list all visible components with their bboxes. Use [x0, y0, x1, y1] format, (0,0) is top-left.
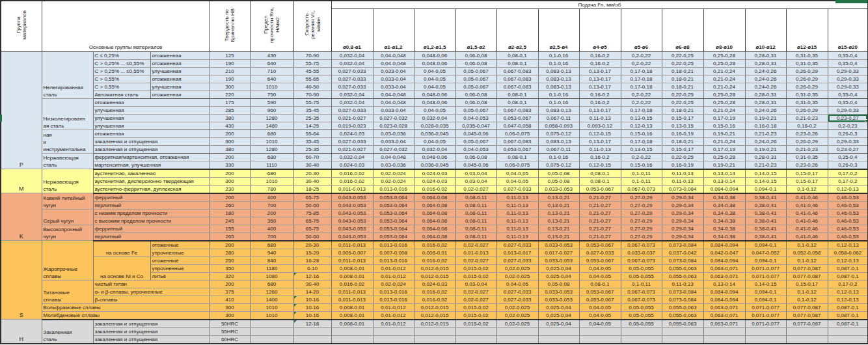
- hardness-cell[interactable]: 55HRC: [210, 327, 250, 335]
- speed-cell[interactable]: 10-16: [293, 296, 331, 303]
- feed-cell[interactable]: 0,08-0,1: [579, 177, 621, 185]
- feed-cell[interactable]: 0,048-0,06: [414, 59, 455, 67]
- hardness-cell[interactable]: 220: [210, 90, 250, 98]
- material-type-cell[interactable]: улучшенная: [150, 67, 210, 75]
- feed-cell[interactable]: [455, 327, 496, 335]
- feed-cell[interactable]: [579, 327, 621, 335]
- feed-cell[interactable]: 0,13-0,14: [703, 169, 745, 178]
- strength-cell[interactable]: 680: [250, 169, 293, 178]
- feed-cell[interactable]: 0,26-0,29: [786, 75, 828, 83]
- material-type-cell[interactable]: перлитный: [93, 232, 210, 241]
- hardness-cell[interactable]: 50HRC: [210, 320, 250, 328]
- feed-cell[interactable]: 0,34-0,38: [703, 225, 745, 232]
- speed-cell[interactable]: 35-45: [293, 106, 331, 114]
- hardness-cell[interactable]: 300: [210, 303, 250, 311]
- feed-cell[interactable]: 0,027-0,033: [331, 137, 373, 145]
- feed-cell[interactable]: 0,058-0,062: [828, 249, 868, 256]
- feed-cell[interactable]: 0,05-0,067: [455, 137, 496, 145]
- speed-cell[interactable]: 55-65: [293, 75, 331, 83]
- feed-cell[interactable]: 0,17-0,18: [621, 83, 662, 90]
- header-diameter-range[interactable]: ø1-ø1,2: [373, 8, 414, 51]
- feed-cell[interactable]: [703, 327, 745, 335]
- feed-cell[interactable]: 0,053-0,067: [579, 288, 621, 296]
- header-diameter-range[interactable]: ø5-ø6: [621, 8, 662, 51]
- hardness-cell[interactable]: 250: [210, 256, 250, 264]
- feed-cell[interactable]: 0,05-0,08: [538, 169, 579, 178]
- feed-cell[interactable]: 0,011-0,013: [331, 185, 373, 193]
- feed-cell[interactable]: 0,053-0,064: [373, 193, 414, 202]
- material-type-cell[interactable]: отожженная: [93, 130, 210, 137]
- feed-cell[interactable]: 0,14-0,15: [745, 177, 786, 185]
- feed-cell[interactable]: 0,26-0,3: [828, 130, 868, 137]
- feed-cell[interactable]: 0,11-0,13: [496, 232, 538, 241]
- material-type-cell[interactable]: улучшенная: [150, 83, 210, 90]
- strength-cell[interactable]: 940: [250, 249, 293, 256]
- material-group-cell[interactable]: Жаропрочные сплавы: [42, 241, 93, 281]
- feed-cell[interactable]: 0,16-0,2: [579, 51, 621, 59]
- feed-cell[interactable]: 0,13-0,21: [538, 232, 579, 241]
- feed-cell[interactable]: 0,016-0,02: [414, 296, 455, 303]
- feed-cell[interactable]: [373, 327, 414, 335]
- feed-cell[interactable]: 0,08-0,11: [455, 217, 496, 225]
- feed-cell[interactable]: 0,032-0,04: [331, 90, 373, 98]
- feed-cell[interactable]: 0,008-0,01: [331, 311, 373, 320]
- feed-cell[interactable]: 0,28-0,31: [745, 98, 786, 106]
- material-type-cell[interactable]: мартенситная, улучшенная: [93, 161, 210, 169]
- group-letter-cell[interactable]: K: [1, 193, 42, 241]
- feed-cell[interactable]: 0,05-0,08: [538, 280, 579, 288]
- header-diameter-range[interactable]: ø8-ø10: [703, 8, 745, 51]
- strength-cell[interactable]: 750: [250, 90, 293, 98]
- feed-cell[interactable]: 0,29-0,33: [828, 75, 868, 83]
- feed-cell[interactable]: [745, 327, 786, 335]
- feed-cell[interactable]: 0,23-0,27: [828, 145, 868, 153]
- feed-cell[interactable]: 0,067-0,073: [621, 296, 662, 303]
- feed-cell[interactable]: 0,21-0,27: [579, 193, 621, 202]
- feed-cell[interactable]: 0,1-0,16: [538, 153, 579, 161]
- feed-cell[interactable]: [786, 335, 828, 344]
- material-type-cell[interactable]: аустенитная, закаленная: [93, 169, 210, 178]
- feed-cell[interactable]: [621, 335, 662, 344]
- feed-cell[interactable]: 0,027-0,032: [373, 145, 414, 153]
- feed-cell[interactable]: 0,28-0,31: [745, 51, 786, 59]
- feed-cell[interactable]: 0,05-0,067: [455, 83, 496, 90]
- strength-cell[interactable]: [250, 335, 293, 344]
- feed-cell[interactable]: 0,094-0,1: [745, 256, 786, 264]
- feed-cell[interactable]: 0,18-0,21: [662, 83, 703, 90]
- speed-cell[interactable]: 18-25: [293, 185, 331, 193]
- material-type-cell[interactable]: упрочненные: [150, 249, 210, 256]
- feed-cell[interactable]: 0,29-0,33: [828, 106, 868, 114]
- feed-cell[interactable]: 0,16-0,2: [579, 98, 621, 106]
- feed-cell[interactable]: [703, 335, 745, 344]
- feed-cell[interactable]: 0,11-0,13: [579, 145, 621, 153]
- feed-cell[interactable]: 0,027-0,033: [496, 185, 538, 193]
- feed-cell[interactable]: 0,26-0,29: [786, 83, 828, 90]
- material-group-cell[interactable]: Нержавеющая сталь: [42, 153, 93, 169]
- feed-cell[interactable]: 0,15-0,17: [786, 169, 828, 178]
- feed-cell[interactable]: 0,27-0,29: [621, 232, 662, 241]
- material-group-cell[interactable]: Высокопрочный чугун: [42, 225, 93, 241]
- feed-cell[interactable]: 0,25-0,28: [703, 98, 745, 106]
- material-type-cell[interactable]: отоженные: [150, 241, 210, 249]
- feed-cell[interactable]: 0,012-0,015: [414, 264, 455, 272]
- feed-cell[interactable]: 0,38-0,41: [745, 201, 786, 209]
- speed-cell[interactable]: 30-40: [293, 161, 331, 169]
- feed-cell[interactable]: 0,071-0,077: [745, 311, 786, 320]
- feed-cell[interactable]: 0,063-0,071: [703, 311, 745, 320]
- feed-cell[interactable]: 0,2-0,23: [828, 122, 868, 130]
- feed-cell[interactable]: 0,02-0,027: [455, 185, 496, 193]
- material-type-cell[interactable]: аустенитно-ферритная, дуплексная: [93, 185, 210, 193]
- feed-cell[interactable]: 0,016-0,02: [414, 185, 455, 193]
- feed-cell[interactable]: 0,15-0,17: [786, 177, 828, 185]
- feed-cell[interactable]: 0,12-0,15: [579, 161, 621, 169]
- feed-cell[interactable]: 0,067-0,073: [621, 241, 662, 249]
- material-type-cell[interactable]: отожженная: [93, 98, 210, 106]
- feed-cell[interactable]: 0,38-0,41: [745, 209, 786, 217]
- feed-cell[interactable]: 0,013-0,016: [373, 296, 414, 303]
- feed-cell[interactable]: 0,084-0,094: [703, 241, 745, 249]
- speed-cell[interactable]: 65-75: [293, 217, 331, 225]
- feed-cell[interactable]: 0,11-0,13: [662, 169, 703, 178]
- speed-cell[interactable]: [293, 335, 331, 344]
- material-group-cell[interactable]: Вольфрамовые сплавы: [42, 303, 210, 311]
- feed-cell[interactable]: 0,17-0,18: [621, 106, 662, 114]
- feed-cell[interactable]: 0,064-0,08: [414, 209, 455, 217]
